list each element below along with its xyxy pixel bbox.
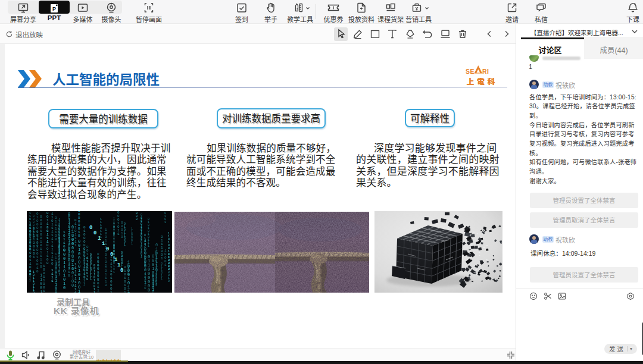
- svg-text:111000010110100: 111000010110100: [71, 225, 74, 288]
- svg-text:11011101010101: 11011101010101: [141, 216, 142, 259]
- svg-text:00010100: 00010100: [97, 252, 99, 281]
- svg-text:11111010001: 11111010001: [110, 255, 113, 293]
- svg-text:01100010110: 01100010110: [144, 250, 146, 290]
- svg-text:0: 0: [120, 268, 123, 274]
- svg-text:SE: SE: [466, 68, 475, 75]
- svg-text:110000010: 110000010: [78, 211, 80, 238]
- svg-text:0111100: 0111100: [55, 216, 57, 241]
- svg-text:1000101001: 1000101001: [58, 225, 60, 255]
- svg-text:0111001: 0111001: [161, 235, 163, 261]
- svg-text:000010111: 000010111: [90, 253, 92, 281]
- svg-text:1101001010000: 1101001010000: [168, 232, 170, 271]
- svg-text:0: 0: [93, 230, 96, 236]
- svg-text:0: 0: [89, 225, 92, 231]
- svg-text:RI: RI: [482, 68, 489, 75]
- svg-text:01010101: 01010101: [124, 265, 126, 293]
- svg-text:000101: 000101: [164, 211, 166, 224]
- svg-text:00001011: 00001011: [117, 211, 120, 236]
- svg-text:0101010111: 0101010111: [148, 218, 149, 248]
- svg-text:0101110: 0101110: [155, 243, 158, 272]
- svg-text:01101111: 01101111: [74, 218, 77, 247]
- svg-text:0: 0: [110, 252, 113, 258]
- svg-text:0011: 0011: [152, 274, 154, 288]
- svg-text:011011: 011011: [161, 262, 163, 281]
- svg-text:111111111: 111111111: [74, 262, 77, 293]
- svg-text:1: 1: [98, 236, 101, 241]
- svg-text:10001: 10001: [164, 249, 167, 267]
- svg-text:0011010011: 0011010011: [93, 264, 95, 293]
- svg-text:1101000001000: 1101000001000: [29, 212, 31, 251]
- svg-text:0001011011111: 0001011011111: [83, 247, 85, 287]
- svg-text:00101001010011: 00101001010011: [68, 212, 70, 271]
- svg-text:110001: 110001: [131, 227, 133, 246]
- svg-text:11001: 11001: [40, 273, 42, 293]
- svg-text:P: P: [52, 6, 56, 12]
- svg-text:000010010111110: 000010010111110: [40, 215, 42, 269]
- svg-text:0110111111111100: 0110111111111100: [51, 211, 54, 266]
- svg-text:1111: 1111: [51, 268, 54, 283]
- svg-text:10011100: 10011100: [55, 262, 57, 293]
- svg-text:101110: 101110: [105, 265, 107, 287]
- svg-text:011100101: 011100101: [33, 227, 35, 259]
- svg-text:0010000101001: 0010000101001: [78, 239, 80, 293]
- svg-text:01011001: 01011001: [124, 222, 126, 247]
- svg-text:0001101010: 0001101010: [63, 248, 65, 290]
- svg-text:10110110: 10110110: [33, 271, 35, 293]
- svg-text:11000: 11000: [136, 211, 138, 221]
- svg-text:00111001100: 00111001100: [46, 225, 49, 265]
- svg-text:111010010010: 111010010010: [36, 230, 39, 274]
- svg-text:10011001: 10011001: [43, 264, 45, 293]
- svg-text:0011110: 0011110: [86, 245, 89, 271]
- svg-text:10000: 10000: [155, 271, 157, 287]
- svg-text:0100: 0100: [127, 263, 129, 276]
- svg-text:0: 0: [106, 246, 109, 252]
- svg-text:1: 1: [102, 241, 105, 247]
- svg-text:0011: 0011: [29, 270, 31, 283]
- svg-text:011000000: 011000000: [148, 255, 150, 293]
- svg-text:00010: 00010: [121, 221, 123, 239]
